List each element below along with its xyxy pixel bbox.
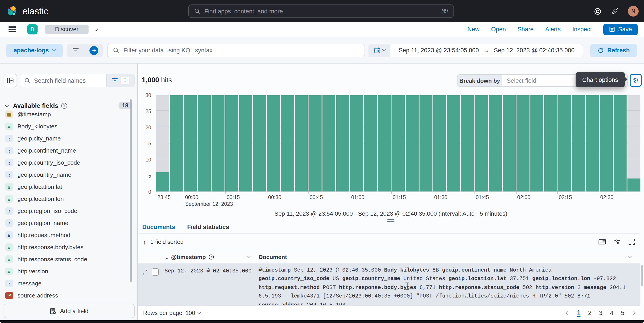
calendar-menu-button[interactable] [369, 44, 390, 56]
histogram-bar[interactable] [295, 95, 308, 192]
breadcrumb[interactable]: Discover [45, 25, 88, 34]
histogram-bar[interactable] [530, 95, 544, 192]
page-2[interactable]: 2 [588, 310, 592, 316]
chart-options-button[interactable]: ⚙ [630, 74, 642, 87]
histogram-bar[interactable] [364, 95, 377, 192]
histogram-bar[interactable] [170, 95, 183, 192]
next-page-icon[interactable] [631, 311, 636, 315]
histogram-bar[interactable] [558, 95, 571, 192]
histogram-bar[interactable] [489, 95, 502, 192]
resize-handle[interactable] [387, 219, 394, 222]
histogram-bar[interactable] [239, 95, 252, 192]
histogram-bar[interactable] [614, 95, 626, 192]
field-item[interactable]: #geoip.location.lat [4, 181, 128, 193]
menu-icon[interactable] [8, 26, 16, 32]
fullscreen-icon[interactable] [628, 238, 635, 245]
sorted-fields-button[interactable]: 1 field sorted [150, 238, 184, 245]
news-icon[interactable] [611, 8, 618, 15]
histogram-bar[interactable] [586, 95, 599, 192]
filter-icon[interactable] [67, 44, 85, 57]
display-options-icon[interactable] [614, 238, 621, 245]
field-item[interactable]: tgeoip.country_iso_code [4, 156, 128, 169]
field-item[interactable]: tmessage [4, 277, 128, 290]
field-item[interactable]: khttp.request.method [4, 229, 128, 241]
page-3[interactable]: 3 [599, 310, 602, 316]
field-item[interactable]: tgeoip.city_name [4, 132, 128, 144]
page-5[interactable]: 5 [621, 310, 624, 316]
histogram-bar[interactable] [628, 95, 640, 192]
histogram-bar[interactable] [503, 95, 516, 192]
sidebar-scrollbar[interactable] [130, 99, 132, 282]
field-item[interactable]: tgeoip.region_iso_code [4, 205, 128, 217]
tab-field-statistics[interactable]: Field statistics [187, 224, 229, 234]
histogram-bar[interactable] [447, 95, 460, 192]
avatar[interactable]: N [628, 6, 639, 16]
histogram-bar[interactable] [433, 95, 446, 192]
previous-page-icon[interactable] [566, 311, 570, 315]
chevron-down-icon[interactable] [247, 254, 250, 258]
histogram-bar[interactable] [461, 95, 474, 192]
histogram-bar[interactable] [322, 95, 336, 192]
nav-link-inspect[interactable]: Inspect [572, 26, 592, 33]
page-4[interactable]: 4 [610, 310, 613, 316]
document-row[interactable]: Sep 12, 2023 @ 02:40:35.000 @timestamp S… [138, 264, 640, 305]
grid-scrollbar[interactable] [641, 265, 643, 286]
histogram-bar[interactable] [308, 95, 322, 192]
nav-link-alerts[interactable]: Alerts [545, 26, 560, 33]
date-range-end[interactable]: Sep 12, 2023 @ 02:40:35.000 [494, 47, 575, 54]
field-search-input[interactable]: Search field names 0 [20, 74, 134, 87]
histogram-bar[interactable] [572, 95, 585, 192]
tab-documents[interactable]: Documents [142, 224, 175, 234]
sort-fields-icon[interactable]: ↕ [143, 238, 146, 246]
histogram-bar[interactable] [253, 95, 266, 192]
help-icon[interactable] [594, 8, 602, 15]
histogram-bar[interactable] [600, 95, 613, 192]
document-column-header[interactable]: Document [258, 254, 287, 260]
histogram-bar[interactable] [392, 95, 405, 192]
chevron-down-icon[interactable] [628, 254, 631, 258]
collapse-sidebar-button[interactable] [4, 74, 17, 87]
nav-link-new[interactable]: New [467, 26, 480, 33]
expand-row-icon[interactable] [142, 269, 148, 275]
row-checkbox[interactable] [152, 268, 159, 276]
field-item[interactable]: #http.response.status_code [4, 253, 128, 265]
histogram-bar[interactable] [350, 95, 363, 192]
save-button[interactable]: Save [603, 24, 638, 35]
global-search-input[interactable]: Find apps, content, and more. ⌘/ [188, 4, 454, 18]
field-item[interactable]: #Body_kilobytes [4, 120, 128, 132]
histogram-bar[interactable] [281, 95, 294, 192]
field-item[interactable]: ▦@timestamp [4, 108, 128, 120]
field-item[interactable]: #http.version [4, 265, 128, 277]
rows-per-page-button[interactable]: Rows per page: 100 [143, 310, 201, 316]
kql-query-input[interactable]: Filter your data using KQL syntax [107, 44, 365, 57]
data-view-selector[interactable]: apache-logs [6, 44, 62, 57]
field-item[interactable]: tgeoip.region_name [4, 217, 128, 229]
field-item[interactable]: tgeoip.continent_name [4, 144, 128, 156]
histogram-bar[interactable] [184, 95, 197, 192]
nav-link-open[interactable]: Open [491, 26, 506, 33]
timestamp-column-header[interactable]: ↓ @timestamp [166, 254, 214, 260]
add-filter-button[interactable]: + [85, 44, 103, 57]
field-item[interactable]: IPsource.address [4, 290, 128, 302]
field-item[interactable]: tgeoip.country_name [4, 169, 128, 181]
question-icon[interactable]: ? [62, 103, 67, 108]
histogram-bar[interactable] [516, 95, 530, 192]
field-filter-button[interactable]: 0 [106, 74, 134, 87]
histogram-bar[interactable] [156, 95, 169, 192]
histogram-bar[interactable] [475, 95, 488, 192]
histogram-bar[interactable] [226, 95, 238, 192]
refresh-button[interactable]: Refresh [590, 44, 637, 57]
histogram-bar[interactable] [336, 95, 349, 192]
histogram-bar[interactable] [406, 95, 418, 192]
histogram-bar[interactable] [198, 95, 211, 192]
field-item[interactable]: #geoip.location.lon [4, 193, 128, 205]
histogram-bar[interactable] [212, 95, 224, 192]
histogram-bar[interactable] [378, 95, 391, 192]
histogram-bar[interactable] [420, 95, 432, 192]
histogram-bar[interactable] [544, 95, 557, 192]
field-item[interactable]: #http.response.body.bytes [4, 241, 128, 253]
nav-link-share[interactable]: Share [518, 26, 534, 33]
elastic-brand[interactable]: elastic [6, 0, 48, 22]
page-1[interactable]: 1 [577, 309, 580, 317]
keyboard-shortcuts-icon[interactable] [598, 239, 606, 245]
